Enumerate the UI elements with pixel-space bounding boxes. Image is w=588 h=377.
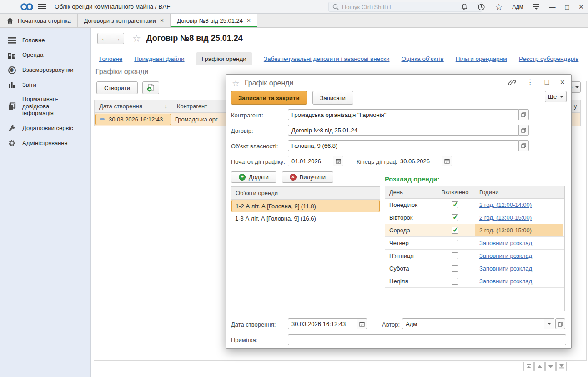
search-input[interactable]: Пошук Ctrl+Shift+F bbox=[328, 2, 482, 12]
fill-schedule-link[interactable]: Заповнити розклад bbox=[479, 278, 532, 285]
sidebar-item-settlements[interactable]: ₴ Взаєморозрахунки bbox=[0, 63, 90, 78]
go-down-button[interactable] bbox=[545, 362, 556, 371]
create-copy-button[interactable] bbox=[142, 81, 159, 94]
fill-schedule-link[interactable]: Заповнити розклад bbox=[479, 252, 532, 259]
favorites-star-icon[interactable]: ☆ bbox=[495, 3, 503, 11]
tab-close-icon[interactable]: × bbox=[247, 17, 251, 24]
go-last-button[interactable] bbox=[556, 362, 567, 371]
sidebar-item-reference-info[interactable]: Нормативно-довідкова інформація bbox=[0, 92, 90, 121]
enabled-checkbox[interactable] bbox=[452, 214, 458, 221]
hours-link[interactable]: 2 год. (13:00-15:00) bbox=[479, 227, 532, 234]
schedule-row-thursday[interactable]: Четвер Заповнити розклад bbox=[385, 237, 564, 250]
note-label: Примітка: bbox=[231, 337, 257, 343]
menu-icon bbox=[7, 37, 16, 44]
author-field[interactable]: Адм bbox=[402, 318, 544, 329]
enabled-checkbox[interactable] bbox=[452, 201, 458, 208]
sidebar-item-main[interactable]: Головне bbox=[0, 33, 90, 48]
nav-link-main[interactable]: Головне bbox=[99, 55, 122, 62]
minimize-icon[interactable]: — bbox=[549, 4, 555, 10]
dialog-more-button[interactable]: Ще bbox=[545, 91, 567, 102]
schedule-row-monday[interactable]: Понеділок 2 год. (12:00-14:00) bbox=[385, 199, 564, 211]
schedule-row-sunday[interactable]: Неділя Заповнити розклад bbox=[385, 275, 564, 288]
enabled-checkbox[interactable] bbox=[452, 240, 458, 246]
maximize-icon[interactable]: □ bbox=[565, 4, 569, 10]
tab-close-icon[interactable]: × bbox=[160, 17, 164, 24]
enabled-checkbox[interactable] bbox=[452, 252, 458, 259]
column-enabled: Включено bbox=[435, 186, 475, 198]
add-object-button[interactable]: + Додати bbox=[231, 171, 276, 183]
go-first-button[interactable] bbox=[523, 362, 534, 371]
column-date-created[interactable]: Дата створення↓ bbox=[95, 100, 172, 112]
schedule-row-tuesday[interactable]: Вівторок 2 год. (13:00-15:00) bbox=[385, 211, 564, 224]
enabled-checkbox[interactable] bbox=[452, 227, 458, 234]
nav-link-rent-schedules[interactable]: Графіки оренди bbox=[196, 52, 252, 65]
sidebar-item-label: Нормативно-довідкова інформація bbox=[22, 96, 81, 117]
contractor-field[interactable]: Громадська організація "Гармонія" bbox=[288, 109, 519, 120]
sidebar-item-additional-service[interactable]: Додатковий сервіс bbox=[0, 121, 90, 136]
schedule-row-saturday[interactable]: Субота Заповнити розклад bbox=[385, 262, 564, 275]
sidebar-item-reports[interactable]: Звіти bbox=[0, 78, 90, 92]
enabled-checkbox[interactable] bbox=[452, 278, 458, 285]
back-button[interactable]: ← bbox=[97, 33, 111, 44]
list-frame-border bbox=[586, 81, 587, 360]
save-and-close-button[interactable]: Записати та закрити bbox=[231, 91, 307, 105]
panel-splitter[interactable] bbox=[382, 171, 382, 312]
close-icon[interactable]: × bbox=[578, 3, 583, 11]
open-icon[interactable] bbox=[519, 140, 529, 151]
notifications-bell-icon[interactable] bbox=[461, 3, 468, 10]
tab-label: Договір №8 від 25.01.24 bbox=[177, 17, 243, 24]
end-date-field[interactable]: 30.06.2026 bbox=[397, 156, 442, 166]
tab-contract-8[interactable]: Договір №8 від 25.01.24 × bbox=[171, 14, 257, 27]
calendar-icon[interactable] bbox=[442, 156, 452, 166]
app-title: Облік оренди комунального майна / BAF bbox=[55, 3, 171, 10]
hours-link[interactable]: 2 год. (12:00-14:00) bbox=[479, 201, 532, 208]
created-date-field[interactable]: 30.03.2026 16:12:43 bbox=[288, 318, 357, 329]
selected-cell[interactable]: 30.03.2026 16:12:43 bbox=[95, 114, 171, 125]
open-icon[interactable] bbox=[519, 125, 529, 136]
calendar-icon[interactable] bbox=[333, 156, 343, 166]
close-icon[interactable]: × bbox=[560, 78, 565, 86]
dropdown-arrow-icon[interactable] bbox=[544, 318, 554, 329]
history-icon[interactable] bbox=[477, 3, 485, 11]
save-button[interactable]: Записати bbox=[312, 91, 353, 105]
open-icon[interactable] bbox=[555, 318, 565, 329]
functions-menu-icon[interactable] bbox=[533, 4, 539, 10]
note-field[interactable] bbox=[288, 334, 566, 345]
hours-link[interactable]: 2 год. (13:00-15:00) bbox=[479, 214, 532, 221]
fill-schedule-link[interactable]: Заповнити розклад bbox=[479, 240, 532, 246]
more-vert-icon[interactable]: ⋮ bbox=[527, 79, 534, 86]
tab-contracts-list[interactable]: Договори з контрагентами × bbox=[78, 14, 171, 27]
calendar-icon[interactable] bbox=[357, 318, 367, 329]
forward-button[interactable]: → bbox=[111, 33, 124, 44]
schedule-row-friday[interactable]: П'ятниця Заповнити розклад bbox=[385, 250, 564, 262]
fill-schedule-link[interactable]: Заповнити розклад bbox=[479, 265, 532, 272]
tab-label: Договори з контрагентами bbox=[84, 17, 156, 24]
nav-link-tenant-benefits[interactable]: Пільги орендарям bbox=[456, 55, 507, 62]
open-icon[interactable] bbox=[519, 109, 529, 120]
object-item-selected[interactable]: 1-2 А літ. А [Головна, 9] (11.8) bbox=[231, 200, 380, 212]
go-up-button[interactable] bbox=[534, 362, 545, 371]
main-menu-icon[interactable] bbox=[38, 4, 46, 10]
remove-object-button[interactable]: × Вилучити bbox=[282, 171, 333, 183]
favorite-star-icon[interactable]: ☆ bbox=[132, 33, 141, 44]
user-button[interactable]: Адм bbox=[512, 4, 523, 10]
nav-link-attached-files[interactable]: Приєднані файли bbox=[134, 55, 184, 62]
nav-link-object-valuation[interactable]: Оцінка об'єктів bbox=[401, 55, 443, 62]
gear-icon bbox=[7, 139, 16, 147]
tab-home[interactable]: Початкова сторінка bbox=[0, 14, 78, 27]
create-button[interactable]: Створити bbox=[96, 81, 138, 94]
contract-field[interactable]: Договір №8 від 25.01.24 bbox=[288, 125, 519, 136]
sidebar-item-rent[interactable]: Оренда bbox=[0, 48, 90, 63]
sidebar-item-administration[interactable]: Адміністрування bbox=[0, 136, 90, 151]
maximize-icon[interactable]: □ bbox=[545, 79, 549, 86]
enabled-checkbox[interactable] bbox=[452, 265, 458, 272]
property-field[interactable]: Головна, 9 (66.8) bbox=[288, 140, 519, 151]
object-item[interactable]: 1-3 А літ. А [Головна, 9] (16.6) bbox=[231, 212, 380, 225]
schedule-row-wednesday[interactable]: Середа 2 год. (13:00-15:00) bbox=[385, 224, 564, 237]
copy-link-icon[interactable] bbox=[508, 79, 516, 86]
nav-link-subtenants-register[interactable]: Реєстр суборендарів bbox=[519, 55, 578, 62]
favorite-star-icon[interactable]: ☆ bbox=[232, 78, 240, 89]
start-date-field[interactable]: 01.01.2026 bbox=[288, 156, 333, 166]
dialog-title: Графік оренди bbox=[245, 79, 294, 87]
nav-link-deposits[interactable]: Забезпечувальні депозити і авансові внес… bbox=[264, 55, 390, 62]
